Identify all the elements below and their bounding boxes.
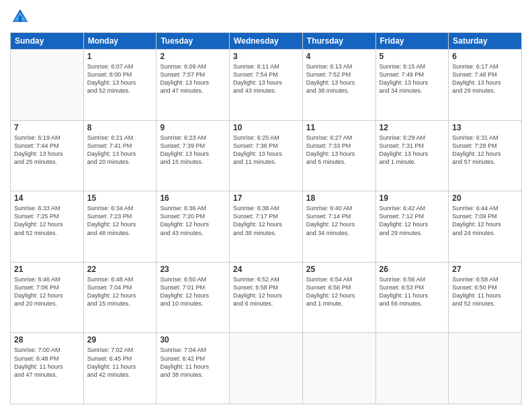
header xyxy=(10,7,522,27)
day-info: Sunrise: 6:11 AM Sunset: 7:54 PM Dayligh… xyxy=(233,62,299,95)
calendar-day-header-sunday: Sunday xyxy=(11,33,84,50)
calendar-week-row-3: 21Sunrise: 6:46 AM Sunset: 7:06 PM Dayli… xyxy=(11,262,522,333)
day-number: 15 xyxy=(87,193,153,203)
day-info: Sunrise: 6:33 AM Sunset: 7:25 PM Dayligh… xyxy=(14,204,80,237)
day-info: Sunrise: 6:25 AM Sunset: 7:36 PM Dayligh… xyxy=(233,134,299,167)
calendar-cell: 30Sunrise: 7:04 AM Sunset: 6:42 PM Dayli… xyxy=(157,333,230,404)
calendar-cell: 19Sunrise: 6:42 AM Sunset: 7:12 PM Dayli… xyxy=(375,191,449,263)
calendar-cell: 7Sunrise: 6:19 AM Sunset: 7:44 PM Daylig… xyxy=(11,120,84,191)
day-number: 3 xyxy=(233,52,299,61)
calendar-day-header-thursday: Thursday xyxy=(302,33,375,50)
day-info: Sunrise: 6:21 AM Sunset: 7:41 PM Dayligh… xyxy=(87,134,153,167)
calendar-cell: 22Sunrise: 6:48 AM Sunset: 7:04 PM Dayli… xyxy=(83,262,157,333)
calendar-cell: 9Sunrise: 6:23 AM Sunset: 7:39 PM Daylig… xyxy=(157,120,230,191)
calendar-cell: 5Sunrise: 6:15 AM Sunset: 7:49 PM Daylig… xyxy=(375,50,449,121)
day-number: 26 xyxy=(380,265,445,274)
day-number: 23 xyxy=(160,265,226,274)
day-info: Sunrise: 6:40 AM Sunset: 7:14 PM Dayligh… xyxy=(306,204,372,237)
day-info: Sunrise: 6:38 AM Sunset: 7:17 PM Dayligh… xyxy=(233,204,299,237)
calendar-day-header-tuesday: Tuesday xyxy=(157,33,230,50)
calendar-cell: 16Sunrise: 6:36 AM Sunset: 7:20 PM Dayli… xyxy=(157,191,230,263)
day-number: 20 xyxy=(452,193,518,203)
day-info: Sunrise: 7:02 AM Sunset: 6:45 PM Dayligh… xyxy=(87,346,153,379)
calendar-cell: 24Sunrise: 6:52 AM Sunset: 6:58 PM Dayli… xyxy=(230,262,303,333)
calendar-cell: 8Sunrise: 6:21 AM Sunset: 7:41 PM Daylig… xyxy=(83,120,157,191)
day-number: 19 xyxy=(380,193,445,203)
calendar-cell xyxy=(375,333,449,404)
calendar-week-row-2: 14Sunrise: 6:33 AM Sunset: 7:25 PM Dayli… xyxy=(11,191,522,263)
day-info: Sunrise: 6:52 AM Sunset: 6:58 PM Dayligh… xyxy=(233,275,299,308)
day-number: 7 xyxy=(14,123,80,132)
calendar-cell: 17Sunrise: 6:38 AM Sunset: 7:17 PM Dayli… xyxy=(230,191,303,263)
day-info: Sunrise: 6:48 AM Sunset: 7:04 PM Dayligh… xyxy=(87,275,153,308)
calendar-cell xyxy=(449,333,522,404)
day-info: Sunrise: 7:00 AM Sunset: 6:48 PM Dayligh… xyxy=(14,346,80,379)
day-number: 1 xyxy=(87,52,153,61)
day-number: 6 xyxy=(452,52,518,61)
calendar-week-row-4: 28Sunrise: 7:00 AM Sunset: 6:48 PM Dayli… xyxy=(11,333,522,404)
day-info: Sunrise: 6:54 AM Sunset: 6:56 PM Dayligh… xyxy=(306,275,372,308)
calendar-cell xyxy=(230,333,303,404)
svg-rect-2 xyxy=(19,16,22,22)
day-number: 24 xyxy=(233,265,299,274)
calendar-cell: 10Sunrise: 6:25 AM Sunset: 7:36 PM Dayli… xyxy=(230,120,303,191)
day-info: Sunrise: 6:07 AM Sunset: 8:00 PM Dayligh… xyxy=(87,62,153,95)
calendar-cell: 23Sunrise: 6:50 AM Sunset: 7:01 PM Dayli… xyxy=(157,262,230,333)
day-number: 18 xyxy=(306,193,372,203)
calendar-cell: 1Sunrise: 6:07 AM Sunset: 8:00 PM Daylig… xyxy=(83,50,157,121)
day-number: 10 xyxy=(233,123,299,132)
day-number: 2 xyxy=(160,52,226,61)
calendar-cell: 15Sunrise: 6:34 AM Sunset: 7:23 PM Dayli… xyxy=(83,191,157,263)
day-info: Sunrise: 6:19 AM Sunset: 7:44 PM Dayligh… xyxy=(14,134,80,167)
calendar-cell: 11Sunrise: 6:27 AM Sunset: 7:33 PM Dayli… xyxy=(302,120,375,191)
day-info: Sunrise: 6:13 AM Sunset: 7:52 PM Dayligh… xyxy=(306,62,372,95)
calendar-cell: 13Sunrise: 6:31 AM Sunset: 7:28 PM Dayli… xyxy=(449,120,522,191)
calendar-day-header-monday: Monday xyxy=(83,33,157,50)
calendar-cell: 14Sunrise: 6:33 AM Sunset: 7:25 PM Dayli… xyxy=(11,191,84,263)
calendar-cell: 21Sunrise: 6:46 AM Sunset: 7:06 PM Dayli… xyxy=(11,262,84,333)
day-number: 30 xyxy=(160,335,226,345)
calendar-cell xyxy=(302,333,375,404)
calendar-week-row-1: 7Sunrise: 6:19 AM Sunset: 7:44 PM Daylig… xyxy=(11,120,522,191)
day-info: Sunrise: 6:42 AM Sunset: 7:12 PM Dayligh… xyxy=(380,204,445,237)
page: SundayMondayTuesdayWednesdayThursdayFrid… xyxy=(0,0,532,411)
day-number: 9 xyxy=(160,123,226,132)
calendar-cell: 6Sunrise: 6:17 AM Sunset: 7:46 PM Daylig… xyxy=(449,50,522,121)
day-info: Sunrise: 7:04 AM Sunset: 6:42 PM Dayligh… xyxy=(160,346,226,379)
day-info: Sunrise: 6:15 AM Sunset: 7:49 PM Dayligh… xyxy=(380,62,445,95)
day-info: Sunrise: 6:46 AM Sunset: 7:06 PM Dayligh… xyxy=(14,275,80,308)
calendar-table: SundayMondayTuesdayWednesdayThursdayFrid… xyxy=(10,32,522,404)
day-number: 28 xyxy=(14,335,80,345)
calendar-cell: 4Sunrise: 6:13 AM Sunset: 7:52 PM Daylig… xyxy=(302,50,375,121)
calendar-day-header-saturday: Saturday xyxy=(449,33,522,50)
day-number: 27 xyxy=(452,265,518,274)
day-number: 12 xyxy=(380,123,445,132)
logo-icon xyxy=(10,7,30,27)
day-number: 29 xyxy=(87,335,153,345)
day-info: Sunrise: 6:29 AM Sunset: 7:31 PM Dayligh… xyxy=(380,134,445,167)
day-info: Sunrise: 6:17 AM Sunset: 7:46 PM Dayligh… xyxy=(452,62,518,95)
day-number: 11 xyxy=(306,123,372,132)
day-number: 16 xyxy=(160,193,226,203)
day-number: 17 xyxy=(233,193,299,203)
day-info: Sunrise: 6:50 AM Sunset: 7:01 PM Dayligh… xyxy=(160,275,226,308)
day-info: Sunrise: 6:36 AM Sunset: 7:20 PM Dayligh… xyxy=(160,204,226,237)
day-number: 13 xyxy=(452,123,518,132)
day-info: Sunrise: 6:23 AM Sunset: 7:39 PM Dayligh… xyxy=(160,134,226,167)
calendar-cell: 27Sunrise: 6:58 AM Sunset: 6:50 PM Dayli… xyxy=(449,262,522,333)
day-number: 4 xyxy=(306,52,372,61)
day-number: 14 xyxy=(14,193,80,203)
calendar-header-row: SundayMondayTuesdayWednesdayThursdayFrid… xyxy=(11,33,522,50)
day-number: 25 xyxy=(306,265,372,274)
calendar-cell: 3Sunrise: 6:11 AM Sunset: 7:54 PM Daylig… xyxy=(230,50,303,121)
day-info: Sunrise: 6:34 AM Sunset: 7:23 PM Dayligh… xyxy=(87,204,153,237)
calendar-cell: 12Sunrise: 6:29 AM Sunset: 7:31 PM Dayli… xyxy=(375,120,449,191)
day-info: Sunrise: 6:09 AM Sunset: 7:57 PM Dayligh… xyxy=(160,62,226,95)
day-number: 22 xyxy=(87,265,153,274)
calendar-cell: 28Sunrise: 7:00 AM Sunset: 6:48 PM Dayli… xyxy=(11,333,84,404)
calendar-cell xyxy=(11,50,84,121)
day-number: 5 xyxy=(380,52,445,61)
calendar-cell: 20Sunrise: 6:44 AM Sunset: 7:09 PM Dayli… xyxy=(449,191,522,263)
day-info: Sunrise: 6:27 AM Sunset: 7:33 PM Dayligh… xyxy=(306,134,372,167)
calendar-cell: 29Sunrise: 7:02 AM Sunset: 6:45 PM Dayli… xyxy=(83,333,157,404)
